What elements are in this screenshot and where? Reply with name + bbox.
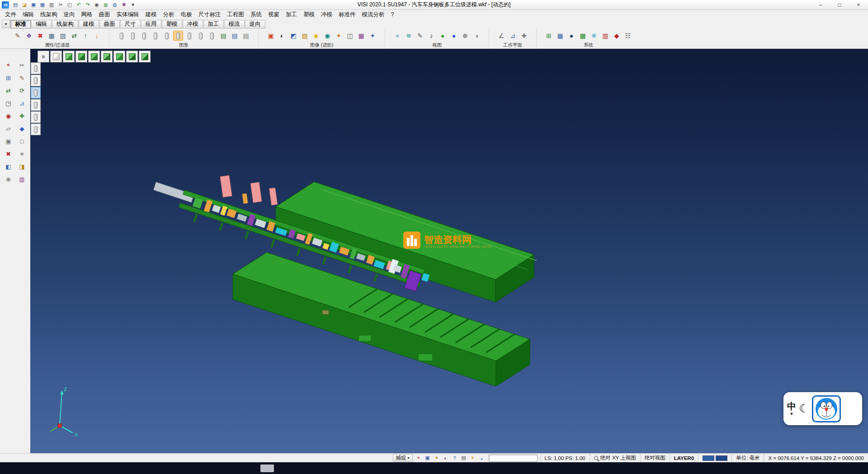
crosshair-icon[interactable]: ⊕ — [4, 175, 13, 184]
color-swatch-0[interactable] — [703, 455, 714, 461]
menu-item-实体编辑[interactable]: 实体编辑 — [113, 10, 142, 19]
filter-elements-icon[interactable]: ▦ — [47, 31, 57, 41]
show-solid-icon[interactable] — [173, 31, 183, 41]
tab-建模[interactable]: 建模 — [79, 20, 99, 28]
shading-options-icon[interactable]: ▣ — [266, 31, 276, 41]
view-list-menu[interactable]: ≡ — [38, 51, 49, 62]
stereo-glasses-icon[interactable]: ◐ — [277, 31, 287, 41]
color-swatch-1[interactable] — [716, 455, 727, 461]
menu-item-塑模[interactable]: 塑模 — [300, 10, 318, 19]
show-surfaces-icon[interactable] — [184, 31, 194, 41]
tab-逆向[interactable]: 逆向 — [245, 20, 265, 28]
monitor-icon[interactable]: ◫ — [345, 31, 355, 41]
delete-entity-icon[interactable]: ✖ — [4, 149, 13, 158]
cells-tool-icon[interactable]: ▣ — [4, 137, 13, 146]
menu-item-标准件[interactable]: 标准件 — [335, 10, 359, 19]
show-transparent-icon[interactable] — [151, 31, 160, 41]
tab-模流[interactable]: 模流 — [224, 20, 245, 28]
tab-加工[interactable]: 加工 — [203, 20, 224, 28]
shade-sphere-green-icon[interactable]: ● — [438, 31, 448, 41]
menu-item-尺寸标注[interactable]: 尺寸标注 — [195, 10, 224, 19]
database-gray-icon[interactable]: ▤ — [241, 31, 251, 41]
grid-green-icon[interactable]: ⊞ — [544, 31, 554, 41]
osnap-star-icon[interactable]: ✦ — [433, 454, 441, 462]
swap-entities-icon[interactable]: ⇄ — [4, 86, 13, 95]
minimize-button[interactable]: – — [811, 0, 830, 9]
annotate-view-icon[interactable]: ✎ — [415, 31, 425, 41]
viewport-split-icon[interactable]: ◳ — [4, 99, 13, 108]
menu-item-网格[interactable]: 网格 — [78, 10, 96, 19]
frame-tool-icon[interactable]: □ — [18, 137, 27, 146]
undo-icon[interactable]: ↶ — [75, 1, 83, 9]
view-half-icon[interactable]: ◑ — [472, 31, 481, 41]
show-wireframe-icon[interactable] — [117, 31, 127, 41]
workplane-triangle-icon[interactable]: ⊿ — [508, 31, 518, 41]
tab-塑模[interactable]: 塑模 — [162, 20, 182, 28]
gem-tool-icon[interactable]: ◆ — [18, 124, 27, 133]
close-button[interactable]: × — [849, 0, 868, 9]
menu-item-编辑[interactable]: 编辑 — [19, 10, 37, 19]
maximize-button[interactable]: □ — [830, 0, 849, 9]
snap-button[interactable]: 捕捉 ▾ — [393, 454, 413, 462]
layers-list-icon[interactable]: ▤ — [460, 454, 468, 462]
menu-item-线架构[interactable]: 线架构 — [37, 10, 61, 19]
tab-线架构[interactable]: 线架构 — [52, 20, 78, 28]
tab-曲面[interactable]: 曲面 — [99, 20, 120, 28]
print-icon[interactable]: ▥ — [47, 1, 56, 9]
workplane-angle-icon[interactable]: ∠ — [496, 31, 506, 41]
snowflake-icon[interactable]: ❄ — [589, 31, 599, 41]
match-attributes-icon[interactable]: ❖ — [24, 31, 34, 41]
view-right[interactable] — [101, 51, 113, 62]
view-iso[interactable] — [63, 51, 75, 62]
filter-surfaces[interactable] — [31, 87, 41, 99]
effects-icon[interactable]: ✦ — [368, 31, 377, 41]
view-front[interactable] — [88, 51, 100, 62]
menu-item-建模[interactable]: 建模 — [142, 10, 160, 19]
menu-item-系统[interactable]: 系统 — [247, 10, 265, 19]
menu-item-工程图[interactable]: 工程图 — [224, 10, 248, 19]
filter-solids[interactable] — [31, 99, 41, 111]
cut-icon[interactable]: ✂ — [57, 1, 65, 9]
open-file-icon[interactable]: ◪ — [20, 1, 28, 9]
snap-toggle-icon[interactable]: ⌖ — [4, 61, 13, 70]
grid-blue-icon[interactable]: ▦ — [555, 31, 565, 41]
copy-icon[interactable]: ◰ — [66, 1, 74, 9]
filter-swap-icon[interactable]: ⇄ — [69, 31, 79, 41]
system-settings-icon[interactable]: ☷ — [623, 31, 633, 41]
view-notes-icon[interactable]: ♪ — [426, 31, 436, 41]
menu-item-模流分析[interactable]: 模流分析 — [359, 10, 388, 19]
help-status-icon[interactable]: ? — [451, 454, 459, 462]
menu-item-分析[interactable]: 分析 — [160, 10, 178, 19]
red-book-icon[interactable]: ▥ — [600, 31, 610, 41]
toolbar-options-icon[interactable]: ▾ — [129, 1, 137, 9]
tab-标准[interactable]: 标准 — [10, 20, 31, 28]
menu-item-电极[interactable]: 电极 — [178, 10, 195, 19]
filter-points[interactable] — [31, 62, 41, 74]
texture-icon[interactable]: ▨ — [300, 31, 310, 41]
filter-curves[interactable] — [31, 75, 41, 86]
mesh-settings-icon[interactable]: ▩ — [578, 31, 588, 41]
show-edges-icon[interactable] — [207, 31, 217, 41]
database-green-icon[interactable]: ▤ — [218, 31, 228, 41]
filter-up-icon[interactable]: ↑ — [80, 31, 90, 41]
new-file-icon[interactable]: ▤ — [11, 1, 19, 9]
view-center-icon[interactable]: ⊕ — [460, 31, 470, 41]
filter-down-icon[interactable]: ↓ — [92, 31, 102, 41]
options-icon[interactable]: ✱ — [120, 1, 128, 9]
show-boundary-icon[interactable] — [162, 31, 172, 41]
view-top[interactable] — [75, 51, 87, 62]
database-blue-icon[interactable]: ▤ — [230, 31, 240, 41]
half-right-view-icon[interactable]: ◨ — [18, 162, 27, 171]
tab-overflow-button[interactable]: ▾ — [2, 20, 10, 28]
taskbar-item[interactable] — [260, 465, 274, 472]
highlight-icon[interactable]: ✦ — [334, 31, 344, 41]
target-point-icon[interactable]: ◉ — [4, 111, 13, 120]
show-shaded-icon[interactable] — [128, 31, 138, 41]
orbit-mode-icon[interactable]: ◒ — [478, 454, 486, 462]
grid-toggle-icon[interactable]: ⊞ — [4, 73, 13, 82]
shade-sphere-blue-icon[interactable]: ● — [449, 31, 459, 41]
tab-冲模[interactable]: 冲模 — [183, 20, 203, 28]
delete-filter-icon[interactable]: ✖ — [35, 31, 45, 41]
menu-item-曲面[interactable]: 曲面 — [96, 10, 113, 19]
windows-taskbar[interactable] — [0, 462, 868, 474]
